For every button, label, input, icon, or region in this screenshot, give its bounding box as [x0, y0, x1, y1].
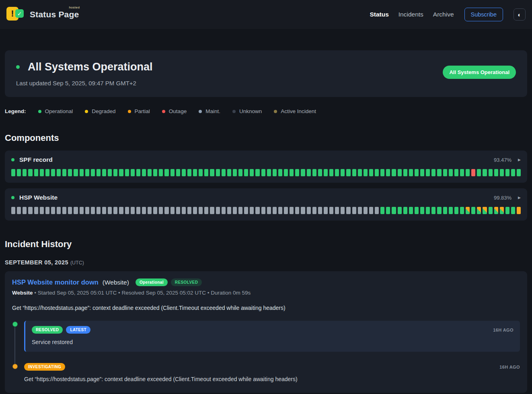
uptime-bar-operational[interactable] [483, 169, 487, 176]
uptime-bar-operational[interactable] [28, 169, 32, 176]
uptime-bar-nodata[interactable] [40, 207, 44, 214]
uptime-bar-nodata[interactable] [244, 207, 248, 214]
uptime-bar-operational[interactable] [443, 207, 447, 214]
uptime-bar-operational[interactable] [420, 169, 424, 176]
uptime-bar-operational[interactable] [494, 169, 498, 176]
uptime-bar-operational[interactable] [346, 169, 350, 176]
uptime-bar-operational[interactable] [284, 169, 288, 176]
uptime-bar-operational[interactable] [261, 169, 265, 176]
uptime-bar-operational[interactable] [68, 169, 72, 176]
uptime-bar-nodata[interactable] [108, 207, 112, 214]
uptime-bar-operational[interactable] [415, 169, 419, 176]
uptime-bar-nodata[interactable] [125, 207, 129, 214]
chevron-right-icon[interactable]: ▶ [518, 158, 521, 162]
uptime-bar-nodata[interactable] [204, 207, 208, 214]
uptime-bar-nodata[interactable] [193, 207, 197, 214]
uptime-bar-operational[interactable] [51, 169, 55, 176]
uptime-bar-operational[interactable] [517, 169, 521, 176]
uptime-bar-operational[interactable] [142, 169, 146, 176]
uptime-bar-operational[interactable] [108, 169, 112, 176]
nav-item-archive[interactable]: Archive [433, 11, 454, 18]
uptime-bar-operational[interactable] [222, 169, 226, 176]
nav-item-incidents[interactable]: Incidents [398, 11, 423, 18]
uptime-bar-partial[interactable] [500, 207, 504, 214]
uptime-bar-operational[interactable] [426, 169, 430, 176]
uptime-bar-operational[interactable] [238, 169, 242, 176]
uptime-bar-operational[interactable] [45, 169, 49, 176]
uptime-bar-operational[interactable] [341, 169, 345, 176]
uptime-bar-nodata[interactable] [273, 207, 277, 214]
uptime-bar-nodata[interactable] [148, 207, 152, 214]
subscribe-button[interactable]: Subscribe [464, 8, 503, 21]
uptime-bar-operational[interactable] [489, 207, 493, 214]
uptime-bar-operational[interactable] [454, 169, 458, 176]
uptime-bar-operational[interactable] [392, 207, 396, 214]
uptime-bar-operational[interactable] [267, 169, 271, 176]
uptime-bar-operational[interactable] [403, 207, 407, 214]
uptime-bar-operational[interactable] [164, 169, 168, 176]
uptime-bar-operational[interactable] [136, 169, 140, 176]
uptime-bar-nodata[interactable] [131, 207, 135, 214]
uptime-bar-operational[interactable] [17, 169, 21, 176]
uptime-bar-operational[interactable] [40, 169, 44, 176]
uptime-bar-nodata[interactable] [170, 207, 175, 214]
uptime-bar-operational[interactable] [477, 169, 481, 176]
uptime-bar-nodata[interactable] [17, 207, 21, 214]
uptime-bar-operational[interactable] [449, 169, 453, 176]
uptime-bar-nodata[interactable] [97, 207, 101, 214]
uptime-bar-operational[interactable] [392, 169, 396, 176]
uptime-bar-operational[interactable] [227, 169, 231, 176]
uptime-bar-operational[interactable] [148, 169, 152, 176]
incident-title-link[interactable]: HSP Website monitor down [12, 278, 99, 286]
uptime-bar-operational[interactable] [233, 169, 237, 176]
uptime-bar-operational[interactable] [505, 207, 509, 214]
uptime-bar-operational[interactable] [449, 207, 453, 214]
uptime-bar-nodata[interactable] [312, 207, 316, 214]
uptime-bar-operational[interactable] [420, 207, 424, 214]
uptime-bar-outage[interactable] [471, 169, 475, 176]
uptime-bar-operational[interactable] [380, 207, 384, 214]
uptime-bar-operational[interactable] [335, 169, 339, 176]
uptime-bar-operational[interactable] [443, 169, 447, 176]
uptime-bar-operational[interactable] [415, 207, 419, 214]
uptime-bar-operational[interactable] [210, 169, 214, 176]
theme-toggle-button[interactable]: ◐ [514, 8, 526, 21]
uptime-bar-nodata[interactable] [329, 207, 333, 214]
uptime-bar-nodata[interactable] [102, 207, 106, 214]
uptime-bar-operational[interactable] [358, 169, 362, 176]
uptime-bar-operational[interactable] [216, 169, 220, 176]
uptime-bar-nodata[interactable] [216, 207, 220, 214]
uptime-bar-nodata[interactable] [284, 207, 288, 214]
uptime-bar-operational[interactable] [80, 169, 84, 176]
uptime-bar-nodata[interactable] [142, 207, 146, 214]
uptime-bar-nodata[interactable] [119, 207, 123, 214]
uptime-bar-operational[interactable] [312, 169, 316, 176]
uptime-bar-nodata[interactable] [375, 207, 379, 214]
uptime-bar-operational[interactable] [11, 169, 15, 176]
uptime-bar-nodata[interactable] [227, 207, 231, 214]
uptime-bar-operational[interactable] [460, 207, 464, 214]
uptime-bar-operational[interactable] [113, 169, 117, 176]
uptime-bar-operational[interactable] [57, 169, 61, 176]
uptime-bar-nodata[interactable] [210, 207, 214, 214]
uptime-bar-nodata[interactable] [261, 207, 265, 214]
uptime-bar-operational[interactable] [85, 169, 89, 176]
uptime-bar-operational[interactable] [74, 169, 78, 176]
uptime-bar-nodata[interactable] [159, 207, 163, 214]
uptime-bar-operational[interactable] [23, 169, 27, 176]
uptime-bar-operational[interactable] [403, 169, 407, 176]
uptime-bar-nodata[interactable] [45, 207, 49, 214]
uptime-bar-nodata[interactable] [176, 207, 180, 214]
uptime-bar-operational[interactable] [273, 169, 277, 176]
uptime-bar-nodata[interactable] [136, 207, 140, 214]
uptime-bar-operational[interactable] [159, 169, 163, 176]
uptime-bar-operational[interactable] [409, 207, 413, 214]
uptime-bar-operational[interactable] [324, 169, 328, 176]
uptime-bar-nodata[interactable] [80, 207, 84, 214]
uptime-bar-nodata[interactable] [255, 207, 259, 214]
uptime-bar-operational[interactable] [125, 169, 129, 176]
uptime-bar-operational[interactable] [244, 169, 248, 176]
uptime-bar-nodata[interactable] [358, 207, 362, 214]
uptime-bar-operational[interactable] [199, 169, 203, 176]
uptime-bar-operational[interactable] [386, 207, 390, 214]
